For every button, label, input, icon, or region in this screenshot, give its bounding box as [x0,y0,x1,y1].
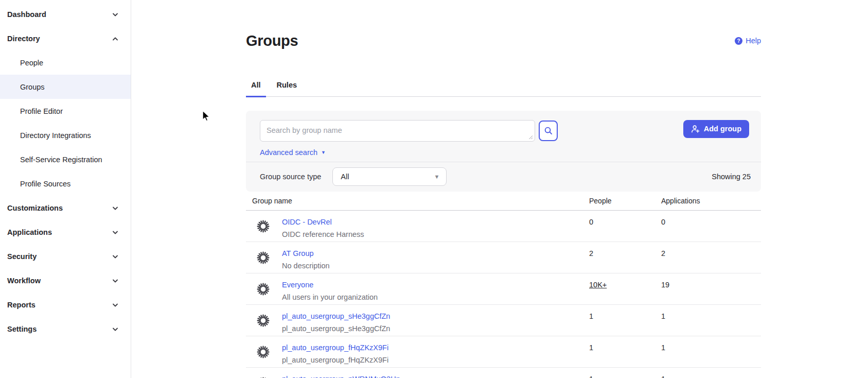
sidebar-item-profile-editor[interactable]: Profile Editor [0,99,131,123]
search-input[interactable] [260,120,535,142]
column-header-people: People [589,197,661,205]
group-source-type-value: All [341,173,349,181]
people-count: 0 [589,217,661,227]
people-count: 1 [589,342,661,353]
sidebar-item-groups[interactable]: Groups [0,75,131,99]
caret-down-icon: ▼ [434,174,439,180]
search-row: Add group [246,111,761,147]
sidebar-item-dashboard[interactable]: Dashboard [0,2,131,26]
help-link[interactable]: ? Help [735,37,761,45]
search-input-wrap [260,120,535,143]
column-header-applications: Applications [661,197,760,205]
people-count: 1 [589,374,661,378]
sidebar-item-label: Dashboard [7,10,46,19]
showing-count: Showing 25 [712,173,751,181]
chevron-down-icon [111,10,119,19]
sidebar-item-profile-sources[interactable]: Profile Sources [0,171,131,196]
table-row: pl_auto_usergroup_sHe3ggCfZn pl_auto_use… [246,305,761,336]
chevron-down-icon [111,301,119,309]
group-icon [256,219,270,233]
search-button[interactable] [539,121,558,141]
group-name-link[interactable]: pl_auto_usergroup_fHqZKzX9Fi [282,342,388,353]
group-icon [256,314,270,328]
people-count-link[interactable]: 10K+ [589,280,661,290]
column-header-group-name: Group name [252,197,589,205]
sidebar-item-label: Customizations [7,204,63,212]
groups-admin-page: { "colors": { "accent": "#4c5ae6", "link… [0,0,868,378]
group-icon [256,282,270,296]
sidebar-item-label: Directory [7,35,40,43]
sidebar-item-settings[interactable]: Settings [0,317,131,341]
chevron-down-icon [111,325,119,333]
sidebar-item-people[interactable]: People [0,50,131,75]
group-description: pl_auto_usergroup_sHe3ggCfZn [282,323,390,334]
caret-down-icon: ▼ [321,150,326,155]
table-row: pl_auto_usergroup_pWRNMuQ3Hn pl_auto_use… [246,368,761,378]
sidebar-item-label: Security [7,252,37,261]
sidebar-item-self-service-registration[interactable]: Self-Service Registration [0,147,131,171]
group-description: pl_auto_usergroup_fHqZKzX9Fi [282,355,388,365]
page-title: Groups [246,31,298,50]
person-add-icon [691,125,700,133]
group-name-link[interactable]: pl_auto_usergroup_sHe3ggCfZn [282,311,390,321]
table-header: Group name People Applications [246,192,761,211]
sidebar-item-label: Settings [7,325,37,333]
advanced-search-label: Advanced search [260,148,317,157]
group-source-type-select[interactable]: All ▼ [332,167,447,186]
sidebar-item-customizations[interactable]: Customizations [0,196,131,220]
advanced-search-link[interactable]: Advanced search ▼ [260,148,326,157]
sidebar-item-label: Groups [20,83,45,91]
help-label: Help [746,37,761,45]
chevron-down-icon [111,277,119,285]
tab-rules[interactable]: Rules [272,80,303,97]
sidebar-item-label: Self-Service Registration [20,156,102,164]
table-row: OIDC - DevRel OIDC reference Harness 0 0 [246,211,761,242]
chevron-up-icon [111,35,119,43]
help-icon: ? [735,37,742,45]
sidebar-item-label: Profile Editor [20,107,63,115]
group-description: All users in your organization [282,292,378,302]
group-name-link[interactable]: Everyone [282,280,378,290]
applications-count: 19 [661,280,760,290]
sidebar-item-label: Profile Sources [20,180,70,188]
sidebar-item-directory[interactable]: Directory [0,26,131,50]
groups-table: Group name People Applications OIDC - De… [246,192,761,378]
applications-count: 2 [661,248,760,259]
main-content: Groups ? Help All Rules [132,0,868,378]
group-icon [256,251,270,265]
table-row: pl_auto_usergroup_fHqZKzX9Fi pl_auto_use… [246,336,761,368]
group-icon [256,345,270,359]
applications-count: 1 [661,374,760,378]
sidebar-item-label: Reports [7,301,36,309]
search-icon [544,126,553,135]
sidebar: Dashboard Directory People Groups Profil… [0,0,131,378]
sidebar-item-label: People [20,59,43,67]
sidebar-item-reports[interactable]: Reports [0,293,131,317]
group-source-type-label: Group source type [260,173,321,181]
applications-count: 1 [661,311,760,321]
chevron-down-icon [111,228,119,236]
tab-all[interactable]: All [246,80,266,97]
table-row: AT Group No description 2 2 [246,242,761,273]
add-group-button[interactable]: Add group [683,120,749,138]
people-count: 1 [589,311,661,321]
advanced-search-row: Advanced search ▼ [246,148,761,162]
sidebar-item-workflow[interactable]: Workflow [0,268,131,293]
group-name-link[interactable]: AT Group [282,248,330,259]
applications-count: 1 [661,342,760,353]
add-group-label: Add group [704,125,741,133]
tab-bar: All Rules [246,80,761,97]
filter-row: Group source type All ▼ Showing 25 [246,162,761,192]
group-description: No description [282,261,330,271]
sidebar-item-directory-integrations[interactable]: Directory Integrations [0,123,131,147]
people-count: 2 [589,248,661,259]
group-name-link[interactable]: pl_auto_usergroup_pWRNMuQ3Hn [282,374,400,378]
chevron-down-icon [111,252,119,261]
group-description: OIDC reference Harness [282,229,364,239]
group-name-link[interactable]: OIDC - DevRel [282,217,364,227]
sidebar-item-label: Directory Integrations [20,131,91,140]
sidebar-item-security[interactable]: Security [0,244,131,268]
sidebar-item-label: Workflow [7,277,41,285]
page-header: Groups ? Help [246,22,761,60]
sidebar-item-applications[interactable]: Applications [0,220,131,244]
